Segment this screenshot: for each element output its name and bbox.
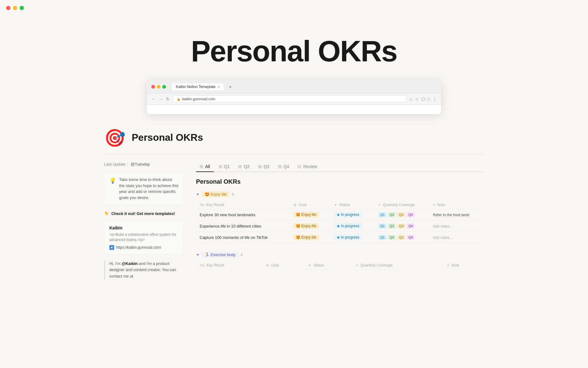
col-key-result-icon: Aa bbox=[200, 203, 204, 207]
row2-goal-tag: 🤩 Enjoy life bbox=[293, 223, 319, 229]
two-col-layout: Last Update： @Tuesday 💡 Take some time t… bbox=[104, 162, 484, 280]
titlebar bbox=[0, 0, 588, 16]
col-quarterly: ≡ Quarterly Coverage bbox=[375, 201, 429, 209]
tab-all[interactable]: ⊞ All bbox=[196, 162, 214, 172]
row3-goal-tag: 🤩 Enjoy life bbox=[293, 235, 319, 240]
browser-forward-btn[interactable]: → bbox=[159, 97, 163, 102]
row3-quarterly-tags: Q1 Q2 Q3 Q4 bbox=[378, 235, 425, 240]
user-link[interactable]: ■ https://kaibin.gumroad.com/ bbox=[109, 245, 179, 250]
g2-col-key-result: Aa Key Result bbox=[196, 261, 262, 270]
row1-key-result[interactable]: Explore 30 new food landmarks bbox=[196, 209, 290, 220]
row3-q3[interactable]: Q3 bbox=[397, 235, 405, 240]
table-row: Capture 100 moments of life on TikTok 🤩 … bbox=[196, 232, 484, 243]
browser-home-icon[interactable]: ⌂ bbox=[410, 97, 412, 102]
group1-table: Aa Key Result ⊕ Goal ✦ Status ≡ bbox=[196, 201, 484, 243]
tab-q3[interactable]: ⊞ Q3 bbox=[254, 162, 273, 172]
tab-q2[interactable]: ⊞ Q2 bbox=[235, 162, 253, 172]
browser-ext-icon[interactable]: ⬡ bbox=[421, 97, 425, 102]
row2-key-result[interactable]: Experience life in 10 different cities bbox=[196, 220, 290, 232]
row2-status-text: In progress bbox=[341, 224, 359, 228]
lock-icon: 🔒 bbox=[177, 98, 180, 101]
traffic-light-red[interactable] bbox=[6, 6, 10, 10]
group1-count: 3 bbox=[232, 192, 234, 197]
browser-url-bar[interactable]: 🔒 kaibin.gumroad.com bbox=[173, 95, 407, 103]
table-header-row: Aa Key Result ⊕ Goal ✦ Status ≡ bbox=[196, 201, 484, 209]
left-sidebar: Last Update： @Tuesday 💡 Take some time t… bbox=[104, 162, 184, 280]
divider bbox=[104, 154, 484, 154]
row3-quarterly: Q1 Q2 Q3 Q4 bbox=[375, 232, 429, 243]
group2-toggle[interactable]: ▼ bbox=[196, 253, 200, 257]
row3-note[interactable]: Add notes... bbox=[429, 232, 484, 243]
browser-back-btn[interactable]: ← bbox=[151, 97, 156, 102]
tab-q4[interactable]: ⊞ Q4 bbox=[274, 162, 293, 172]
col-status-label: Status bbox=[339, 203, 350, 207]
tab-q1[interactable]: ⊞ Q1 bbox=[215, 162, 234, 172]
last-update: Last Update： @Tuesday bbox=[104, 162, 184, 167]
g2-col-key-result-icon: Aa bbox=[200, 263, 204, 267]
browser-reload-btn[interactable]: ↻ bbox=[166, 97, 170, 102]
browser-star-icon[interactable]: ☆ bbox=[415, 97, 419, 102]
browser-add-tab[interactable]: ＋ bbox=[228, 84, 233, 90]
row1-q2[interactable]: Q2 bbox=[388, 212, 396, 217]
browser-tl-red[interactable] bbox=[151, 85, 155, 89]
g2-col-status-label: Status bbox=[314, 263, 324, 267]
bio-text: Hi, I'm @Kaibin and I'm a product design… bbox=[104, 261, 184, 280]
g2-col-goal: ⊕ Goal bbox=[262, 261, 304, 270]
row1-q3[interactable]: Q3 bbox=[397, 212, 405, 217]
row3-status[interactable]: In progress bbox=[330, 232, 375, 243]
tab-q2-label: Q2 bbox=[244, 164, 250, 169]
browser-tl-yellow[interactable] bbox=[157, 85, 160, 89]
browser-tab-close[interactable]: ✕ bbox=[217, 85, 220, 89]
group2-count: 4 bbox=[240, 252, 243, 257]
row2-status[interactable]: In progress bbox=[330, 220, 375, 232]
row2-q3[interactable]: Q3 bbox=[397, 224, 405, 228]
browser-menu-icon[interactable]: ⋮ bbox=[432, 97, 437, 102]
row2-note[interactable]: Add notes... bbox=[429, 220, 484, 232]
row1-status-text: In progress bbox=[341, 213, 359, 217]
col-status-icon: ✦ bbox=[334, 203, 337, 207]
row1-q4[interactable]: Q4 bbox=[407, 212, 415, 217]
row3-q4[interactable]: Q4 bbox=[407, 235, 415, 240]
tab-review-label: Review bbox=[303, 164, 317, 169]
col-key-result-label: Key Result bbox=[206, 203, 224, 207]
main-content: Personal OKRs Kaibin Notion Temeplate ✕ … bbox=[80, 0, 508, 280]
row3-key-result[interactable]: Capture 100 moments of life on TikTok bbox=[196, 232, 290, 243]
user-name: Kaibin bbox=[109, 225, 179, 230]
browser-window-icon[interactable]: □ bbox=[428, 97, 430, 102]
g2-col-quarterly: ≡ Quarterly Coverage bbox=[352, 261, 443, 270]
last-update-user: @Tuesday bbox=[131, 162, 150, 167]
row1-note[interactable]: Refer to the food landr bbox=[429, 209, 484, 220]
row1-q1[interactable]: Q1 bbox=[378, 212, 386, 217]
check-link[interactable]: 👇 Check it out! Get more templates! bbox=[104, 211, 184, 216]
tab-review[interactable]: ⊟ Review bbox=[294, 162, 321, 172]
row1-status[interactable]: In progress bbox=[330, 209, 375, 220]
col-note-icon: ≡ bbox=[433, 203, 435, 207]
row3-goal[interactable]: 🤩 Enjoy life bbox=[290, 232, 330, 243]
row3-note-text: Add notes... bbox=[433, 236, 452, 240]
col-status: ✦ Status bbox=[330, 201, 375, 209]
browser-bar: Kaibin Notion Temeplate ✕ ＋ bbox=[147, 80, 441, 94]
user-link-text: https://kaibin.gumroad.com/ bbox=[116, 245, 161, 250]
browser-mockup: Kaibin Notion Temeplate ✕ ＋ ← → ↻ 🔒 kaib… bbox=[147, 80, 441, 114]
table-row: Experience life in 10 different cities 🤩… bbox=[196, 220, 484, 232]
browser-tl-green[interactable] bbox=[162, 85, 166, 89]
tab-q3-label: Q3 bbox=[264, 164, 270, 169]
group1-toggle[interactable]: ▼ bbox=[196, 192, 200, 197]
g2-col-note: ≡ Note bbox=[443, 261, 484, 270]
user-card: Kaibin <p>Build a collaborative office s… bbox=[104, 221, 184, 255]
col-quarterly-icon: ≡ bbox=[378, 203, 380, 207]
page-title: Personal OKRs bbox=[132, 129, 203, 143]
traffic-light-green[interactable] bbox=[20, 6, 24, 10]
row2-q4[interactable]: Q4 bbox=[407, 224, 415, 228]
g2-col-note-icon: ≡ bbox=[447, 263, 449, 267]
user-desc: <p>Build a collaborative office system f… bbox=[109, 232, 179, 243]
row2-q1[interactable]: Q1 bbox=[378, 224, 386, 228]
row2-goal[interactable]: 🤩 Enjoy life bbox=[290, 220, 330, 232]
browser-tab[interactable]: Kaibin Notion Temeplate ✕ bbox=[172, 83, 224, 90]
row1-goal[interactable]: 🤩 Enjoy life bbox=[290, 209, 330, 220]
row3-q2[interactable]: Q2 bbox=[388, 235, 396, 240]
row3-q1[interactable]: Q1 bbox=[378, 235, 386, 240]
traffic-light-yellow[interactable] bbox=[13, 6, 17, 10]
browser-nav: ← → ↻ 🔒 kaibin.gumroad.com ⌂ ☆ ⬡ □ ⋮ bbox=[147, 94, 441, 105]
row2-q2[interactable]: Q2 bbox=[388, 224, 396, 228]
